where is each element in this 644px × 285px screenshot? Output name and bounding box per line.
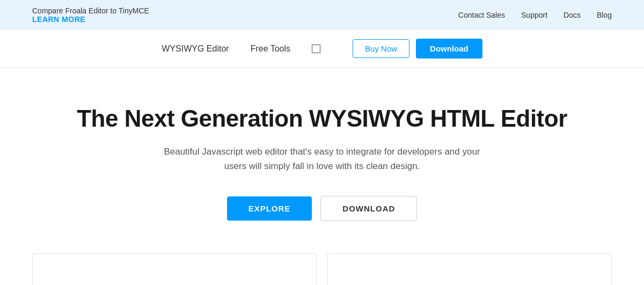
hero-buttons: EXPLORE DOWNLOAD [227,196,418,221]
top-banner: Compare Froala Editor to TinyMCE LEARN M… [0,0,644,30]
preview-card-left [32,253,317,285]
main-navbar: WYSIWYG Editor Free Tools Buy Now Downlo… [0,30,644,68]
preview-section [0,253,644,285]
nav-contact-sales[interactable]: Contact Sales [458,11,505,19]
banner-compare-text: Compare Froala Editor to TinyMCE [32,6,149,15]
preview-card-right [327,253,612,285]
download-hero-button[interactable]: DOWNLOAD [320,196,417,221]
nav-actions: Buy Now Download [353,39,482,59]
hero-subtitle: Beautiful Javascript web editor that's e… [161,144,483,173]
banner-learn-more-link[interactable]: LEARN MORE [32,15,85,24]
buy-now-button[interactable]: Buy Now [353,39,409,58]
banner-left: Compare Froala Editor to TinyMCE LEARN M… [32,6,149,24]
nav-blog[interactable]: Blog [597,11,612,19]
nav-wysiwyg-editor[interactable]: WYSIWYG Editor [162,44,229,54]
hero-title: The Next Generation WYSIWYG HTML Editor [77,105,567,133]
nav-docs[interactable]: Docs [564,11,581,19]
explore-button[interactable]: EXPLORE [227,196,312,221]
nav-links: WYSIWYG Editor Free Tools [162,44,320,54]
menu-icon-box[interactable] [312,45,320,53]
nav-free-tools[interactable]: Free Tools [251,44,290,54]
banner-nav: Contact Sales Support Docs Blog [458,11,612,19]
hero-section: The Next Generation WYSIWYG HTML Editor … [0,68,644,243]
download-button[interactable]: Download [416,39,482,59]
nav-support[interactable]: Support [521,11,547,19]
